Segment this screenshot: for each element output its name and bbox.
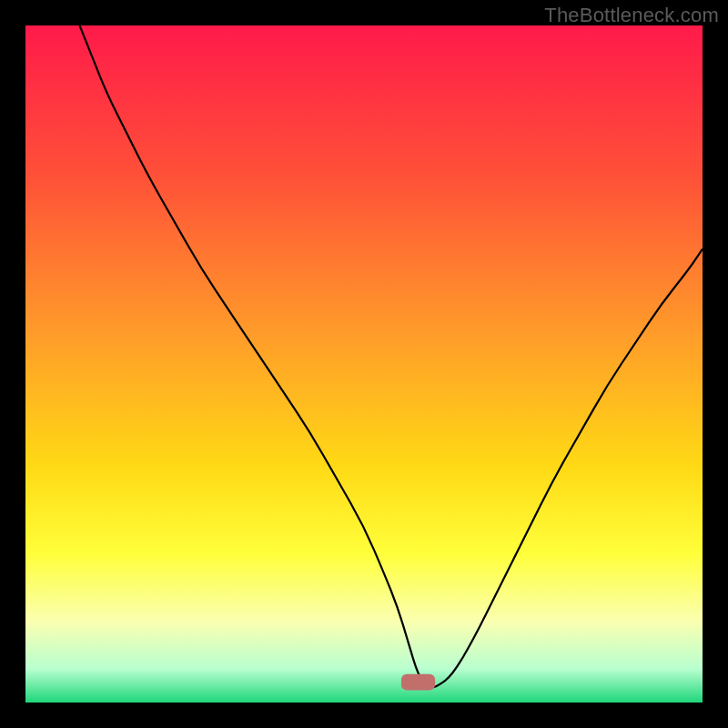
plot-background bbox=[25, 25, 703, 703]
trough-marker bbox=[401, 674, 435, 691]
watermark-text: TheBottleneck.com bbox=[544, 4, 719, 27]
plot-area bbox=[25, 25, 703, 703]
chart-frame: TheBottleneck.com bbox=[0, 0, 728, 728]
plot-svg bbox=[25, 25, 703, 703]
